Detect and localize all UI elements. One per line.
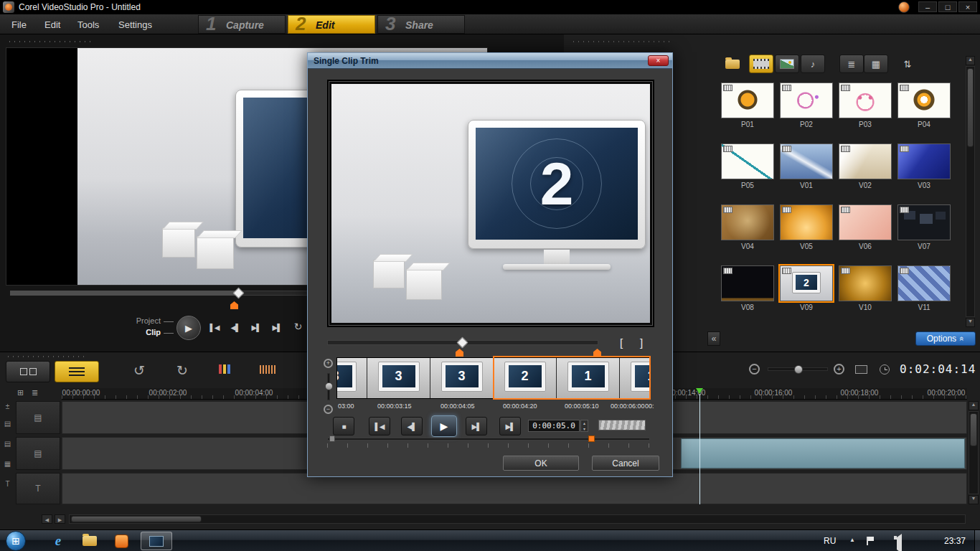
ok-button[interactable]: OK [503, 456, 579, 471]
storyboard-view-button[interactable] [6, 361, 50, 382]
library-scroll-thumb[interactable] [967, 68, 974, 147]
thumbnail-view-button[interactable]: ▦ [864, 55, 888, 73]
library-item[interactable]: V01 [778, 143, 834, 189]
timeline-zoom-out[interactable]: − [749, 364, 760, 375]
collapse-library-button[interactable]: « [707, 331, 720, 346]
show-desktop-button[interactable] [974, 530, 980, 551]
list-view-button[interactable]: ≣ [839, 55, 864, 73]
browse-folder-button[interactable] [720, 55, 745, 73]
track-list-icon[interactable]: ≣ [32, 388, 38, 397]
video-track-header[interactable]: ▤ [16, 401, 60, 434]
overlay-track-header[interactable]: ▤ [16, 437, 60, 470]
overlay-track-rail-icon[interactable]: ▤ [2, 440, 13, 448]
redo-button[interactable]: ↻ [176, 362, 188, 379]
library-item[interactable]: V10 [837, 265, 893, 311]
filter-video-button[interactable] [749, 55, 773, 73]
jog-left-marker[interactable] [329, 435, 335, 442]
close-button[interactable]: × [958, 1, 977, 12]
timeline-hscroll-thumb[interactable] [71, 516, 202, 522]
library-item[interactable]: P05 [720, 143, 776, 189]
add-remove-track-icon[interactable]: ± [2, 402, 13, 410]
next-frame-button[interactable]: ▶▌ [247, 320, 265, 336]
filter-audio-button[interactable]: ♪ [801, 55, 825, 73]
timeline-scroll-up[interactable]: ▲ [969, 401, 979, 410]
timeline-zoom-in[interactable]: + [834, 364, 844, 375]
play-button[interactable]: ▶ [176, 316, 201, 340]
trim-play-button[interactable]: ▶ [431, 415, 457, 437]
taskbar-explorer-button[interactable] [77, 532, 102, 550]
duration-clock-icon[interactable] [880, 364, 890, 375]
timeline-vscrollbar[interactable] [969, 411, 979, 494]
library-scroll-up[interactable]: ▲ [966, 56, 975, 65]
dialog-titlebar[interactable]: Single Clip Trim × [308, 53, 672, 69]
taskbar-ie-button[interactable]: e [46, 532, 70, 550]
end-button[interactable]: ▶▌ [268, 320, 286, 336]
corel-guide-icon[interactable] [898, 1, 910, 13]
timeline-scroll-right[interactable]: ▶ [55, 514, 65, 524]
language-indicator[interactable]: RU [824, 536, 836, 546]
title-track-header[interactable]: T [16, 473, 60, 504]
frame-thumb[interactable]: 3 [367, 358, 430, 398]
taskbar-videostudio-button[interactable] [141, 532, 172, 550]
volume-icon[interactable] [897, 534, 902, 551]
trim-timecode-field[interactable]: 0:00:05.0 [528, 420, 580, 432]
filter-photo-button[interactable] [775, 55, 799, 73]
timeline-hscrollbar[interactable] [69, 514, 966, 524]
library-item[interactable]: P04 [896, 83, 952, 128]
taskbar-app-button[interactable] [109, 532, 133, 550]
title-track-rail-icon[interactable]: T [2, 480, 13, 488]
timeline-scroll-down[interactable]: ▼ [969, 495, 979, 504]
preview-trim-marker[interactable] [230, 301, 238, 309]
tab-share[interactable]: 3 Share [377, 15, 465, 34]
auto-music-icon[interactable] [260, 365, 277, 374]
hidden-icons-chevron[interactable]: ▲ [849, 537, 855, 543]
timeline-view-button[interactable] [55, 361, 99, 382]
trim-selection-range[interactable] [493, 356, 651, 400]
strip-zoom-knob[interactable] [325, 382, 333, 390]
timecode-spinner[interactable]: ▴ ▾ [580, 420, 588, 432]
project-clip-switch[interactable]: Project Clip [108, 316, 174, 336]
strip-zoom-in[interactable]: + [324, 359, 333, 368]
mark-in-handle[interactable] [456, 349, 463, 357]
mark-out-button[interactable]: ] [633, 336, 649, 350]
strip-zoom-out[interactable]: − [324, 405, 333, 414]
maximize-button[interactable]: □ [938, 1, 957, 12]
frame-thumb[interactable]: 3 [430, 358, 494, 398]
library-item[interactable]: V08 [720, 265, 776, 311]
library-item[interactable]: P03 [837, 83, 893, 128]
library-item[interactable]: V06 [837, 204, 893, 250]
sort-button[interactable]: ⇅ [895, 55, 920, 73]
clip-mode-label[interactable]: Clip [108, 328, 174, 336]
repeat-button[interactable]: ↻ [288, 319, 307, 334]
fit-project-icon[interactable] [855, 365, 867, 374]
minimize-button[interactable]: – [918, 1, 937, 12]
timeline-vscroll-thumb[interactable] [970, 413, 977, 446]
timeline-scroll-left[interactable]: ◀ [42, 514, 52, 524]
jog-position-marker[interactable] [588, 435, 595, 442]
library-scroll-down[interactable]: ▼ [966, 318, 975, 327]
project-mode-label[interactable]: Project [108, 316, 174, 325]
playhead-marker[interactable] [696, 388, 703, 394]
spin-down-icon[interactable]: ▾ [581, 426, 588, 432]
strip-zoom-slider[interactable] [327, 373, 330, 400]
frame-thumb[interactable]: 3 [336, 358, 367, 398]
dialog-close-button[interactable]: × [648, 55, 669, 66]
timeline-zoom-slider[interactable] [768, 367, 828, 371]
trim-prev-frame-button[interactable]: ◀▌ [401, 417, 423, 435]
trim-stop-button[interactable]: ■ [333, 417, 354, 435]
menu-settings[interactable]: Settings [118, 19, 152, 30]
audio-level-widget[interactable] [598, 420, 646, 430]
library-item[interactable]: P01 [720, 83, 776, 128]
menu-edit[interactable]: Edit [44, 19, 60, 30]
preview-scrubber-handle[interactable] [233, 288, 245, 299]
overlay-clip[interactable] [681, 438, 965, 468]
tab-capture[interactable]: 1 Capture [198, 15, 286, 34]
options-button[interactable]: Options « [915, 331, 976, 346]
cancel-button[interactable]: Cancel [592, 456, 659, 471]
spin-up-icon[interactable]: ▴ [581, 420, 588, 426]
track-grid-icon[interactable]: ⊞ [17, 388, 24, 397]
library-item-selected[interactable]: 2 V09 [778, 265, 834, 311]
previous-frame-button[interactable]: ◀▌ [226, 320, 245, 336]
library-item[interactable]: V03 [896, 143, 952, 189]
zoom-slider-knob[interactable] [794, 365, 803, 374]
